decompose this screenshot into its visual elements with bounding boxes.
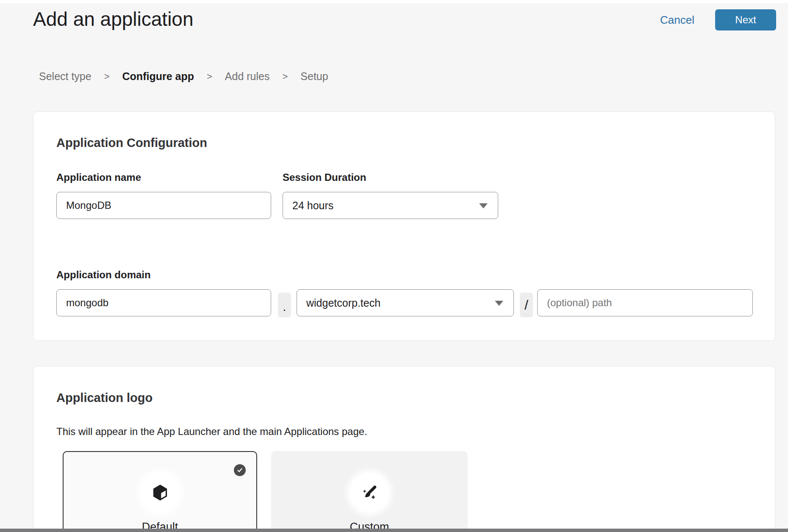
breadcrumb-step-select-type[interactable]: Select type [39, 70, 92, 83]
cube-icon [151, 483, 169, 502]
logo-option-custom[interactable]: Custom [271, 451, 468, 532]
cancel-button[interactable]: Cancel [660, 14, 694, 27]
application-domain-label: Application domain [56, 269, 151, 281]
custom-logo-circle [350, 473, 389, 512]
session-duration-value: 24 hours [292, 200, 333, 212]
logo-card-heading: Application logo [56, 391, 153, 405]
chevron-down-icon [479, 203, 488, 208]
selected-check-badge [234, 464, 246, 476]
add-application-page: Add an application Cancel Next Select ty… [0, 0, 788, 532]
check-icon [236, 466, 244, 474]
slash-separator: / [520, 293, 533, 317]
domain-select[interactable]: widgetcorp.tech [297, 289, 514, 316]
breadcrumb-step-add-rules[interactable]: Add rules [225, 70, 270, 83]
dot-separator: . [278, 293, 291, 317]
application-name-input[interactable] [56, 192, 271, 219]
configuration-card-heading: Application Configuration [56, 136, 207, 150]
default-logo-circle [141, 473, 180, 512]
breadcrumb-step-setup[interactable]: Setup [300, 70, 328, 83]
subdomain-input[interactable] [56, 289, 271, 316]
logo-option-default[interactable]: Default [63, 451, 257, 532]
logo-card-description: This will appear in the App Launcher and… [56, 426, 367, 438]
paintbrush-icon [360, 483, 379, 502]
breadcrumb: Select type > Configure app > Add rules … [39, 70, 328, 83]
window-top-edge [0, 0, 788, 3]
domain-select-value: widgetcorp.tech [306, 297, 380, 309]
breadcrumb-step-configure-app[interactable]: Configure app [122, 70, 194, 83]
application-name-label: Application name [56, 172, 141, 183]
breadcrumb-separator: > [207, 71, 212, 82]
application-configuration-card: Application Configuration Application na… [33, 111, 775, 341]
next-button[interactable]: Next [715, 9, 776, 30]
screen-bottom-cutoff [0, 529, 788, 532]
session-duration-label: Session Duration [283, 172, 366, 183]
breadcrumb-separator: > [282, 71, 288, 82]
breadcrumb-separator: > [104, 71, 110, 82]
session-duration-select[interactable]: 24 hours [283, 192, 498, 219]
page-title: Add an application [33, 8, 194, 30]
application-logo-card: Application logo This will appear in the… [33, 366, 775, 532]
path-input[interactable] [537, 289, 753, 316]
chevron-down-icon [495, 301, 503, 306]
